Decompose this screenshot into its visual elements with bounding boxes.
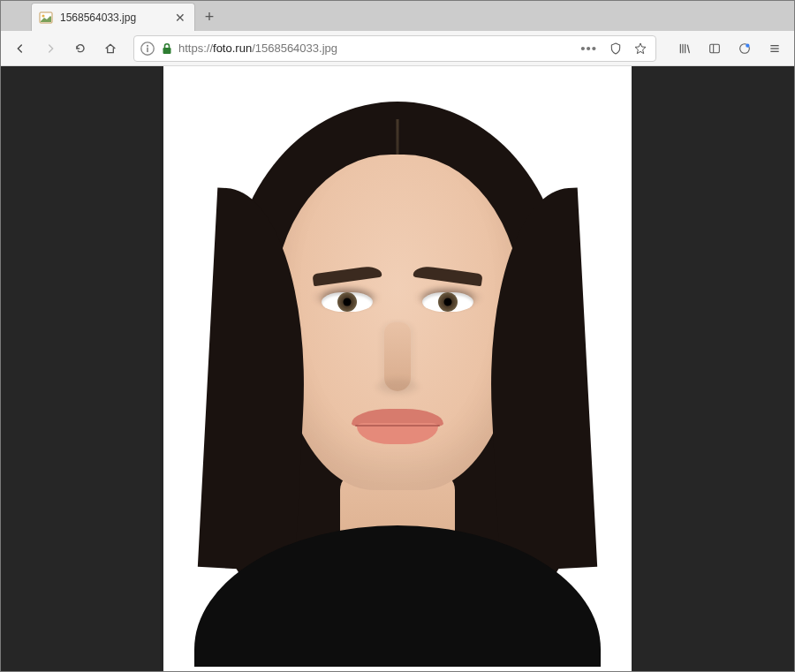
library-button[interactable] [670, 34, 699, 63]
eyebrow-right [413, 265, 482, 287]
home-button[interactable] [96, 34, 125, 63]
library-icon [678, 42, 692, 56]
tab-favicon-image-icon [39, 11, 53, 25]
site-info-button[interactable] [140, 41, 155, 57]
browser-toolbar: https://foto.run/1568564033.jpg ••• [1, 31, 794, 66]
new-tab-button[interactable]: + [195, 3, 223, 31]
iris-right [438, 292, 458, 312]
secure-lock-icon [161, 42, 173, 55]
portrait-illustration [208, 102, 587, 640]
nose-shape [384, 322, 411, 391]
home-icon [103, 42, 117, 56]
url-text: https://foto.run/1568564033.jpg [178, 42, 572, 55]
eye-right [422, 292, 473, 312]
account-button[interactable] [731, 34, 759, 63]
svg-point-9 [746, 43, 749, 47]
svg-point-1 [42, 14, 44, 17]
account-badge-icon [738, 42, 752, 56]
back-button[interactable] [6, 34, 34, 63]
page-actions-button[interactable]: ••• [577, 41, 601, 56]
arrow-right-icon [43, 42, 57, 56]
pupil-left [344, 298, 352, 306]
tab-title: 1568564033.jpg [60, 11, 166, 24]
content-viewport [1, 66, 794, 671]
forward-button[interactable] [36, 34, 64, 63]
url-host: foto.run [213, 42, 252, 55]
svg-rect-4 [147, 47, 148, 51]
star-icon [633, 42, 647, 56]
eyebrow-left [312, 265, 382, 287]
reload-button[interactable] [66, 34, 95, 63]
shield-icon [609, 42, 623, 56]
sidebar-icon [708, 42, 722, 56]
tab-strip: 1568564033.jpg ✕ + [1, 1, 794, 31]
lip-line [355, 425, 440, 427]
url-scheme: https:// [178, 42, 213, 55]
svg-point-3 [147, 44, 148, 46]
reader-mode-button[interactable] [606, 39, 625, 58]
sidebar-button[interactable] [700, 34, 729, 63]
pupil-right [444, 298, 452, 306]
address-bar[interactable]: https://foto.run/1568564033.jpg ••• [133, 35, 656, 62]
tab-close-button[interactable]: ✕ [173, 11, 187, 25]
browser-tab[interactable]: 1568564033.jpg ✕ [31, 3, 195, 31]
plus-icon: + [205, 8, 215, 26]
app-menu-button[interactable] [761, 34, 789, 63]
tab-close-icon: ✕ [175, 11, 186, 25]
iris-left [337, 292, 357, 312]
image-document[interactable] [163, 66, 632, 671]
reload-icon [73, 42, 87, 56]
info-icon [140, 41, 155, 57]
bookmark-button[interactable] [631, 39, 650, 58]
hamburger-menu-icon [768, 42, 782, 56]
ellipsis-icon: ••• [580, 41, 597, 56]
url-path: /1568564033.jpg [252, 42, 337, 55]
arrow-left-icon [13, 42, 27, 56]
face-shape [274, 155, 521, 490]
toolbar-right [670, 34, 789, 63]
eye-left [322, 292, 373, 312]
svg-rect-5 [163, 48, 171, 54]
svg-rect-6 [710, 44, 720, 52]
lips-shape [352, 409, 443, 444]
